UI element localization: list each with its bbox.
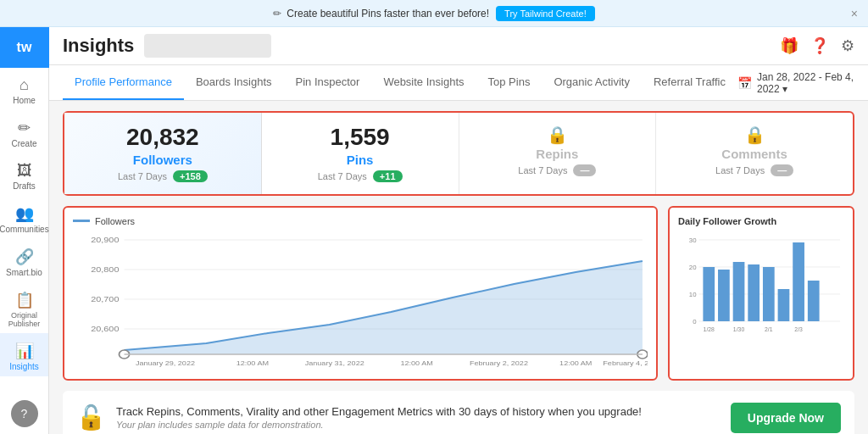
tab-top-pins[interactable]: Top Pins <box>476 65 542 100</box>
try-tailwind-button[interactable]: Try Tailwind Create! <box>496 6 595 21</box>
header-left: Insights <box>63 34 271 58</box>
search-input[interactable] <box>144 34 271 58</box>
followers-sub: Last 7 Days +158 <box>73 170 253 182</box>
banner-text: Create beautiful Pins faster than ever b… <box>287 8 489 19</box>
upgrade-sub-text: Your plan includes sample data for demon… <box>116 420 642 430</box>
repins-sub: Last 7 Days — <box>468 164 648 176</box>
chart-legend: Followers <box>73 216 648 226</box>
app-header: Insights 🎁 ❓ ⚙ <box>49 27 868 65</box>
svg-text:10: 10 <box>689 291 697 298</box>
header-right: 🎁 ❓ ⚙ <box>780 36 854 55</box>
tab-organic-activity[interactable]: Organic Activity <box>542 65 642 100</box>
sidebar-item-original-publisher[interactable]: 📋 Original Publisher <box>0 282 48 333</box>
create-icon: ✏ <box>18 119 31 137</box>
pins-sub: Last 7 Days +11 <box>270 170 450 182</box>
settings-icon[interactable]: ⚙ <box>841 36 854 55</box>
sidebar-item-create[interactable]: ✏ Create <box>0 110 48 153</box>
svg-text:30: 30 <box>689 236 697 244</box>
upgrade-now-button[interactable]: Upgrade Now <box>731 403 841 433</box>
upgrade-lock-icon: 🔓 <box>76 403 106 431</box>
svg-rect-35 <box>808 281 820 321</box>
svg-rect-31 <box>748 264 760 321</box>
pencil-icon: ✏ <box>273 8 281 19</box>
upgrade-left: 🔓 Track Repins, Comments, Virality and o… <box>76 403 642 431</box>
stats-row: 20,832 Followers Last 7 Days +158 1,559 … <box>63 111 854 196</box>
svg-text:January 31, 2022: January 31, 2022 <box>305 359 364 367</box>
legend-line-icon <box>73 220 90 222</box>
sidebar-item-drafts[interactable]: 🖼 Drafts <box>0 153 48 196</box>
sidebar: tw ⌂ Home ✏ Create 🖼 Drafts 👥 Communitie… <box>0 27 49 434</box>
tab-pin-inspector[interactable]: Pin Inspector <box>284 65 372 100</box>
svg-text:2/1: 2/1 <box>765 326 773 332</box>
tab-profile-performance[interactable]: Profile Performance <box>63 65 184 100</box>
top-banner: ✏ Create beautiful Pins faster than ever… <box>0 0 868 27</box>
banner-close-button[interactable]: × <box>851 7 858 20</box>
svg-text:12:00 AM: 12:00 AM <box>400 359 432 367</box>
stat-card-pins: 1,559 Pins Last 7 Days +11 <box>262 113 459 194</box>
comments-label: Comments <box>665 147 844 161</box>
svg-rect-30 <box>733 262 745 321</box>
svg-text:2/3: 2/3 <box>794 326 803 332</box>
comments-badge: — <box>771 164 793 176</box>
svg-text:1/30: 1/30 <box>733 326 744 332</box>
help-button[interactable]: ? <box>11 400 38 427</box>
bar-chart-container: Daily Follower Growth 30 20 10 0 <box>668 206 854 381</box>
tab-referral-traffic[interactable]: Referral Traffic <box>642 65 737 100</box>
date-range-picker[interactable]: 📅 Jan 28, 2022 - Feb 4, 2022 ▾ <box>737 71 854 95</box>
drafts-icon: 🖼 <box>17 162 32 180</box>
svg-text:February 4, 2022: February 4, 2022 <box>603 359 648 367</box>
followers-label: Followers <box>73 153 253 167</box>
comments-sub: Last 7 Days — <box>665 164 844 176</box>
upgrade-text: Track Repins, Comments, Virality and oth… <box>116 405 642 430</box>
tab-website-insights[interactable]: Website Insights <box>371 65 476 100</box>
main-content: Insights 🎁 ❓ ⚙ Profile Performance Board… <box>49 27 868 434</box>
repins-label: Repins <box>468 147 648 161</box>
date-range-label: Jan 28, 2022 - Feb 4, 2022 ▾ <box>757 71 854 95</box>
stat-card-followers: 20,832 Followers Last 7 Days +158 <box>64 113 262 194</box>
daily-follower-growth-chart: 30 20 10 0 <box>678 231 844 354</box>
followers-line-chart: 20,900 20,800 20,700 20,600 January 29, … <box>73 231 648 367</box>
svg-text:January 29, 2022: January 29, 2022 <box>136 359 195 367</box>
app-logo[interactable]: tw <box>0 27 49 68</box>
smartbio-icon: 🔗 <box>15 248 34 266</box>
home-icon: ⌂ <box>19 76 29 94</box>
svg-text:12:00 AM: 12:00 AM <box>559 359 592 367</box>
svg-text:20,800: 20,800 <box>91 265 120 274</box>
sidebar-item-communities[interactable]: 👥 Communities <box>0 196 48 239</box>
charts-row: Followers 20,900 20,800 20,700 20,600 <box>63 206 854 381</box>
svg-rect-33 <box>778 289 790 321</box>
followers-badge: +158 <box>173 170 208 182</box>
tabs-bar: Profile Performance Boards Insights Pin … <box>49 65 868 101</box>
followers-number: 20,832 <box>73 125 253 151</box>
svg-rect-29 <box>718 270 730 321</box>
upgrade-main-text: Track Repins, Comments, Virality and oth… <box>116 405 642 418</box>
pins-number: 1,559 <box>270 125 450 151</box>
bar-chart-title: Daily Follower Growth <box>678 216 844 226</box>
sidebar-item-insights[interactable]: 📊 Insights <box>0 333 48 376</box>
page-title: Insights <box>63 35 134 57</box>
insights-icon: 📊 <box>15 342 34 360</box>
svg-text:20,700: 20,700 <box>91 295 120 303</box>
line-chart-container: Followers 20,900 20,800 20,700 20,600 <box>63 206 658 381</box>
svg-rect-32 <box>763 267 775 321</box>
upgrade-banner: 🔓 Track Repins, Comments, Virality and o… <box>63 391 854 434</box>
svg-text:12:00 AM: 12:00 AM <box>236 359 269 367</box>
pins-label: Pins <box>270 153 450 167</box>
repins-lock-icon: 🔒 <box>468 125 648 145</box>
tab-boards-insights[interactable]: Boards Insights <box>184 65 284 100</box>
svg-rect-34 <box>793 242 804 321</box>
comments-lock-icon: 🔒 <box>665 125 844 145</box>
help-icon[interactable]: ❓ <box>810 36 829 55</box>
sidebar-item-home[interactable]: ⌂ Home <box>0 68 48 110</box>
svg-text:0: 0 <box>693 318 697 326</box>
gift-icon[interactable]: 🎁 <box>780 36 798 55</box>
repins-badge: — <box>573 164 596 176</box>
svg-text:20,900: 20,900 <box>91 236 120 244</box>
svg-rect-28 <box>703 267 715 321</box>
svg-text:20,600: 20,600 <box>91 325 120 333</box>
svg-text:20: 20 <box>689 264 697 271</box>
communities-icon: 👥 <box>15 204 34 223</box>
sidebar-item-smartbio[interactable]: 🔗 Smart.bio <box>0 239 48 282</box>
svg-text:1/28: 1/28 <box>704 326 715 332</box>
content-area: 20,832 Followers Last 7 Days +158 1,559 … <box>49 101 868 434</box>
